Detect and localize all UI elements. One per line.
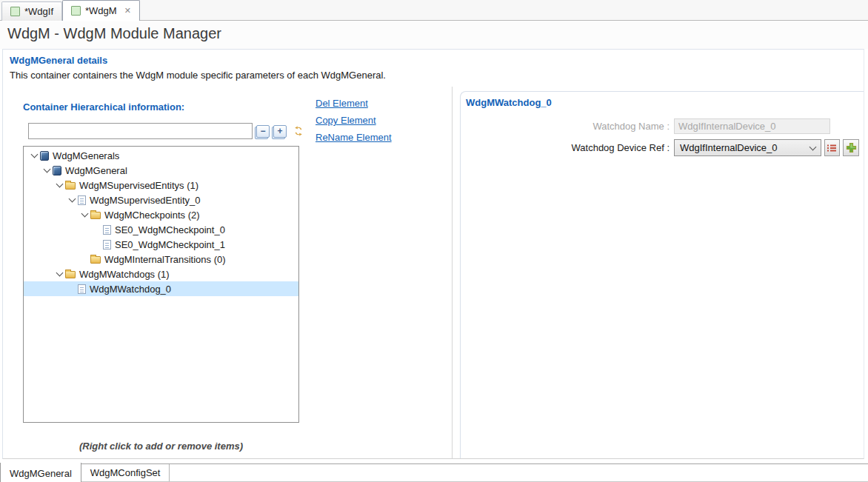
tree-item-label: SE0_WdgMCheckpoint_0	[115, 224, 225, 235]
container-tree: WdgMGeneralsWdgMGeneralWdgMSupervisedEnt…	[23, 146, 299, 423]
folder-icon	[90, 212, 101, 219]
tree-panel-title: Container Hierarchical information:	[23, 101, 184, 113]
tree-filter-input[interactable]	[28, 123, 253, 139]
rename-element-link[interactable]: ReName Element	[316, 132, 392, 143]
element-actions: Del Element Copy Element ReName Element	[316, 98, 392, 143]
watchdog-name-input	[674, 118, 830, 134]
watchdog-name-row: Watchdog Name :	[461, 118, 859, 134]
chevron-expanded-icon[interactable]	[53, 272, 65, 275]
details-section-title: WdgMGeneral details	[10, 55, 107, 66]
module-icon	[53, 166, 61, 175]
module-tab-icon	[10, 7, 20, 16]
tab-wdgmconfigset[interactable]: WdgMConfigSet	[81, 464, 170, 481]
tree-item[interactable]: WdgMGenerals	[24, 148, 298, 163]
folder-icon	[65, 182, 76, 190]
panel-divider	[452, 87, 453, 458]
selected-element-title: WdgMWatchdog_0	[466, 97, 552, 108]
chevron-expanded-icon[interactable]	[79, 213, 90, 216]
plus-icon	[846, 142, 857, 153]
tree-item[interactable]: WdgMGeneral	[24, 163, 298, 178]
del-element-link[interactable]: Del Element	[316, 98, 392, 109]
tab-label: *WdgIf	[24, 6, 53, 17]
title-bar: WdgM - WdgM Module Manager	[0, 21, 868, 49]
page-title: WdgM - WdgM Module Manager	[0, 21, 868, 42]
tree-item[interactable]: WdgMInternalTransitions (0)	[24, 252, 298, 267]
doc-icon	[78, 284, 86, 294]
folder-icon	[90, 256, 101, 264]
refresh-icon[interactable]	[293, 125, 304, 137]
doc-icon	[103, 240, 111, 250]
bottom-tab-bar: WdgMGeneral WdgMConfigSet	[0, 463, 868, 482]
tree-item[interactable]: WdgMWatchdogs (1)	[24, 267, 298, 281]
detail-panel: WdgMWatchdog_0 Watchdog Name : Watchdog …	[460, 91, 864, 458]
selected-value: WdgIfInternalDevice_0	[680, 142, 810, 153]
tree-hint: (Right click to add or remove items)	[23, 441, 299, 452]
chevron-expanded-icon[interactable]	[66, 198, 78, 201]
chevron-expanded-icon[interactable]	[28, 154, 40, 157]
application-window: *WdgIf *WdgM ✕ WdgM - WdgM Module Manage…	[0, 0, 868, 482]
chevron-expanded-icon[interactable]	[41, 169, 53, 172]
tree-item-label: WdgMWatchdogs (1)	[79, 269, 170, 280]
tab-label: *WdgM	[85, 5, 117, 16]
copy-element-link[interactable]: Copy Element	[316, 115, 392, 126]
watchdog-device-ref-row: Watchdog Device Ref : WdgIfInternalDevic…	[461, 139, 859, 156]
tree-item[interactable]: WdgMWatchdog_0	[24, 281, 298, 296]
ref-add-button[interactable]	[843, 139, 859, 156]
tree-item-label: WdgMInternalTransitions (0)	[104, 254, 226, 265]
tree-toolbar: − +	[28, 123, 304, 139]
tree-item[interactable]: WdgMSupervisedEntity_0	[24, 193, 298, 207]
ref-list-button[interactable]	[824, 139, 841, 156]
tree-item-label: WdgMSupervisedEntitys (1)	[79, 180, 198, 191]
close-icon[interactable]: ✕	[124, 7, 131, 15]
tab-wdgm[interactable]: *WdgM ✕	[62, 0, 140, 21]
form-area: WdgMGeneral details This container conta…	[2, 49, 864, 459]
tree-item[interactable]: WdgMCheckpoints (2)	[24, 207, 298, 222]
module-tab-icon	[71, 6, 81, 16]
editor-tab-bar: *WdgIf *WdgM ✕	[0, 0, 868, 21]
tab-wdgmgeneral[interactable]: WdgMGeneral	[0, 463, 81, 482]
tree-item-label: WdgMGenerals	[53, 150, 119, 161]
tree-item-label: WdgMGeneral	[65, 165, 127, 176]
tree-item[interactable]: SE0_WdgMCheckpoint_0	[24, 222, 298, 237]
tree-item-label: WdgMWatchdog_0	[90, 284, 171, 295]
doc-icon	[103, 225, 111, 235]
chevron-expanded-icon[interactable]	[53, 184, 65, 187]
tree-item-label: WdgMSupervisedEntity_0	[90, 195, 201, 206]
watchdog-name-label: Watchdog Name :	[461, 121, 674, 132]
folder-icon	[65, 271, 76, 278]
doc-icon	[78, 195, 86, 205]
watchdog-device-ref-label: Watchdog Device Ref :	[461, 142, 674, 153]
expand-all-icon[interactable]: +	[273, 125, 287, 138]
tree-item[interactable]: WdgMSupervisedEntitys (1)	[24, 178, 298, 193]
watchdog-device-ref-select[interactable]: WdgIfInternalDevice_0	[674, 139, 821, 156]
tree-item-label: SE0_WdgMCheckpoint_1	[115, 239, 225, 250]
details-description: This container containers the WdgM modul…	[10, 70, 386, 81]
collapse-all-icon[interactable]: −	[256, 125, 270, 138]
chevron-down-icon	[809, 143, 816, 150]
tree-item[interactable]: SE0_WdgMCheckpoint_1	[24, 237, 298, 252]
bullet-list-icon	[827, 143, 837, 153]
tree-item-label: WdgMCheckpoints (2)	[104, 210, 200, 221]
module-icon	[40, 151, 49, 161]
tab-wdgif[interactable]: *WdgIf	[1, 1, 62, 21]
